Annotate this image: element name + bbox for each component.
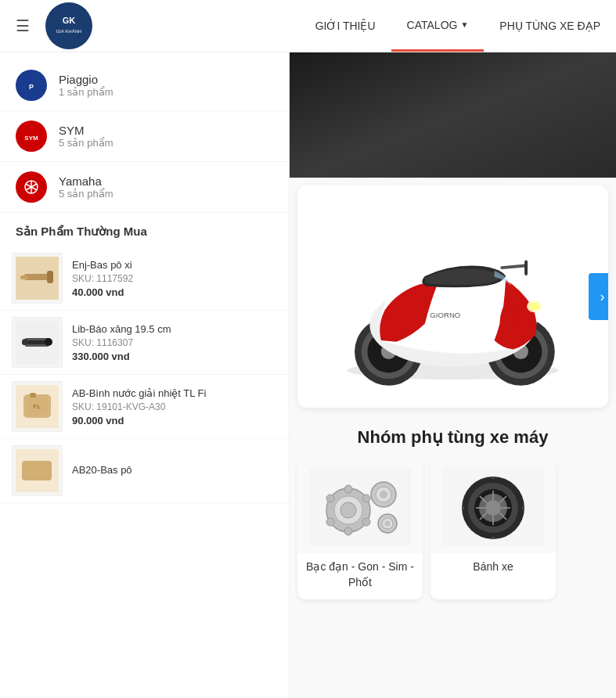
brand-item-piaggio[interactable]: P Piaggio 1 sản phẩm [0, 60, 289, 111]
main-container: P Piaggio 1 sản phẩm SYM SYM 5 sản phẩm [0, 52, 616, 698]
svg-point-50 [344, 485, 352, 493]
yamaha-count: 5 sản phẩm [59, 188, 113, 200]
product-thumb-ab-binh: FL [12, 381, 63, 432]
svg-point-58 [380, 491, 387, 498]
svg-rect-19 [25, 344, 49, 347]
product-name-enj-bas: Enj-Bas pô xi [72, 259, 133, 271]
svg-point-44 [529, 303, 540, 311]
product-info-lib-bao: Lib-Báo xăng 19.5 cm SKU: 1116307 330.00… [72, 323, 171, 362]
product-price-lib-bao: 330.000 vnd [72, 351, 171, 362]
products-grid: Bạc đạn - Gon - Sim - Phốt [290, 455, 616, 607]
nav-item-phu-tung[interactable]: PHỤ TÙNG XE ĐẠP [484, 0, 616, 52]
svg-point-52 [362, 518, 370, 526]
sym-count: 5 sản phẩm [59, 137, 113, 149]
svg-rect-25 [30, 393, 36, 398]
svg-text:FL: FL [33, 403, 41, 410]
product-name-lib-bao: Lib-Báo xăng 19.5 cm [72, 323, 171, 335]
product-info-ab20-bas: AB20-Bas pô [72, 464, 132, 478]
product-info-enj-bas: Enj-Bas pô xi SKU: 1117592 40.000 vnd [72, 259, 133, 298]
product-thumb-ab20-bas [12, 445, 63, 496]
product-sku-ab-binh: SKU: 19101-KVG-A30 [72, 401, 206, 412]
svg-point-51 [362, 495, 370, 502]
hero-banner [290, 52, 616, 178]
piaggio-info: Piaggio 1 sản phẩm [59, 73, 113, 98]
hero-svg [290, 52, 616, 178]
svg-point-61 [385, 521, 391, 527]
svg-text:P: P [29, 83, 34, 91]
svg-point-20 [45, 338, 52, 346]
sym-logo: SYM [16, 121, 47, 152]
product-sku-enj-bas: SKU: 1117592 [72, 273, 133, 284]
svg-text:GIA KHÁNH: GIA KHÁNH [56, 29, 82, 34]
product-name-ab20-bas: AB20-Bas pô [72, 464, 132, 476]
product-price-enj-bas: 40.000 vnd [72, 286, 133, 298]
svg-rect-30 [290, 52, 616, 178]
catalog-dropdown-arrow: ▼ [460, 20, 468, 29]
list-item[interactable]: AB20-Bas pô [0, 439, 289, 503]
nav-item-catalog[interactable]: CATALOG ▼ [391, 0, 485, 52]
product-info-ab-binh: AB-Bình nước giải nhiệt TL Fi SKU: 19101… [72, 387, 206, 426]
svg-point-67 [485, 500, 501, 516]
section-heading: Nhóm phụ tùng xe máy [290, 416, 616, 455]
svg-rect-41 [500, 264, 527, 269]
svg-rect-29 [25, 464, 49, 477]
header: ☰ GK GIA KHÁNH GIỚI THIỆU CATALOG ▼ PHỤ … [0, 0, 616, 52]
piaggio-logo: P [16, 70, 47, 101]
scooter-image-container: GIORNO › [297, 185, 608, 408]
product-card-name-bac-dan: Bạc đạn - Gon - Sim - Phốt [297, 553, 423, 599]
svg-text:GIORNO: GIORNO [430, 311, 461, 319]
product-thumb-lib-bao [12, 317, 63, 368]
banh-xe-image [430, 459, 556, 553]
product-sku-lib-bao: SKU: 1116307 [72, 337, 171, 348]
yamaha-name: Yamaha [59, 174, 113, 188]
sidebar: P Piaggio 1 sản phẩm SYM SYM 5 sản phẩm [0, 52, 290, 698]
svg-rect-14 [47, 271, 53, 283]
svg-text:SYM: SYM [24, 135, 38, 142]
logo: GK GIA KHÁNH [54, 11, 84, 41]
svg-rect-18 [25, 338, 49, 340]
scooter-card: GIORNO › [297, 185, 608, 408]
product-card-name-banh-xe: Bánh xe [430, 553, 556, 585]
product-price-ab-binh: 90.000 vnd [72, 415, 206, 426]
svg-text:GK: GK [63, 16, 76, 25]
sym-info: SYM 5 sản phẩm [59, 124, 113, 149]
product-card-banh-xe[interactable]: Bánh xe [430, 459, 556, 599]
frequently-bought-title: Sản Phẩm Thường Mua [0, 213, 289, 246]
svg-rect-15 [20, 275, 28, 279]
svg-point-53 [344, 527, 352, 535]
nav-item-gioi-thieu[interactable]: GIỚI THIỆU [300, 0, 391, 52]
svg-point-49 [340, 502, 356, 518]
brand-item-sym[interactable]: SYM SYM 5 sản phẩm [0, 111, 289, 162]
header-left: ☰ GK GIA KHÁNH [0, 2, 300, 49]
sym-name: SYM [59, 124, 113, 137]
svg-point-21 [22, 339, 28, 345]
main-nav: GIỚI THIỆU CATALOG ▼ PHỤ TÙNG XE ĐẠP [300, 0, 616, 52]
product-name-ab-binh: AB-Bình nước giải nhiệt TL Fi [72, 387, 206, 399]
content-area: GIORNO › Nhóm phụ tùng xe máy [290, 52, 616, 698]
brand-item-yamaha[interactable]: Yamaha 5 sản phẩm [0, 162, 289, 213]
svg-point-54 [326, 518, 334, 526]
svg-rect-42 [524, 261, 528, 275]
logo-container[interactable]: GK GIA KHÁNH [45, 2, 92, 49]
product-card-bac-dan[interactable]: Bạc đạn - Gon - Sim - Phốt [297, 459, 423, 599]
bac-dan-image [297, 459, 423, 553]
piaggio-count: 1 sản phẩm [59, 86, 113, 98]
list-item[interactable]: Enj-Bas pô xi SKU: 1117592 40.000 vnd [0, 246, 289, 311]
product-thumb-enj-bas [12, 253, 63, 304]
scooter-svg: GIORNO [313, 201, 593, 389]
list-item[interactable]: FL AB-Bình nước giải nhiệt TL Fi SKU: 19… [0, 375, 289, 439]
hamburger-icon[interactable]: ☰ [16, 16, 30, 35]
piaggio-name: Piaggio [59, 73, 113, 86]
list-item[interactable]: Lib-Báo xăng 19.5 cm SKU: 1116307 330.00… [0, 311, 289, 375]
logo-svg: GK GIA KHÁNH [54, 11, 84, 41]
yamaha-logo [16, 171, 47, 203]
svg-point-55 [326, 495, 334, 502]
next-arrow-button[interactable]: › [589, 273, 608, 320]
yamaha-info: Yamaha 5 sản phẩm [59, 174, 113, 200]
